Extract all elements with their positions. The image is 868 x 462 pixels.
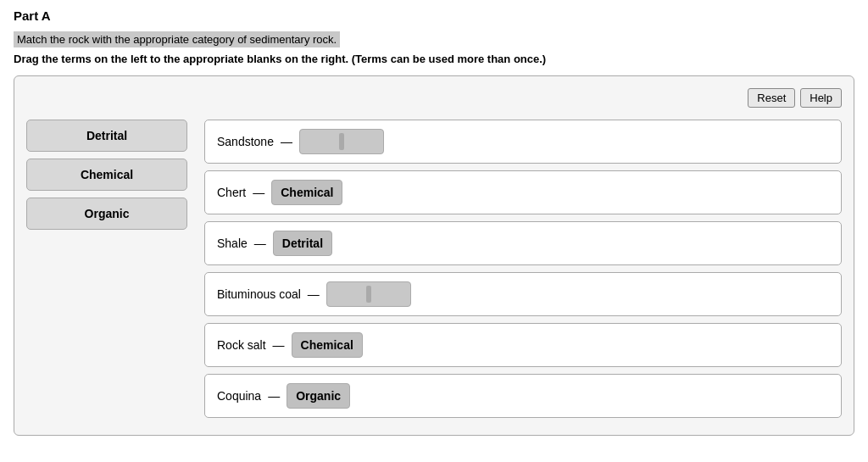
rock-row-2: Shale —Detrital bbox=[204, 221, 842, 265]
rock-row-3: Bituminous coal — bbox=[204, 272, 842, 316]
drop-box-0[interactable] bbox=[299, 129, 384, 154]
term-detrital[interactable]: Detrital bbox=[26, 120, 187, 152]
rock-dash-5: — bbox=[268, 389, 280, 403]
reset-button[interactable]: Reset bbox=[748, 88, 795, 108]
instruction-1: Match the rock with the appropriate cate… bbox=[14, 31, 340, 47]
drop-box-2[interactable]: Detrital bbox=[273, 231, 332, 256]
term-organic[interactable]: Organic bbox=[26, 198, 187, 230]
rock-label-0: Sandstone bbox=[217, 135, 274, 148]
rock-label-4: Rock salt bbox=[217, 338, 266, 352]
drop-box-inner-3 bbox=[366, 286, 371, 303]
rock-dash-3: — bbox=[308, 287, 320, 301]
instruction-2: Drag the terms on the left to the approp… bbox=[14, 53, 854, 65]
top-buttons: Reset Help bbox=[26, 88, 842, 108]
rock-row-5: Coquina —Organic bbox=[204, 374, 842, 418]
rock-dash-2: — bbox=[254, 237, 266, 250]
rock-label-5: Coquina bbox=[217, 389, 261, 403]
rock-row-0: Sandstone — bbox=[204, 120, 842, 164]
rock-dash-0: — bbox=[281, 135, 292, 148]
rock-label-2: Shale bbox=[217, 237, 248, 250]
drop-box-1[interactable]: Chemical bbox=[271, 180, 342, 205]
part-a-title: Part A bbox=[14, 8, 854, 23]
drop-box-4[interactable]: Chemical bbox=[292, 332, 363, 358]
rock-label-3: Bituminous coal bbox=[217, 287, 301, 301]
help-button[interactable]: Help bbox=[800, 88, 842, 108]
right-items: Sandstone —Chert —ChemicalShale —Detrita… bbox=[204, 120, 842, 418]
rock-label-1: Chert bbox=[217, 186, 246, 199]
drop-box-inner-0 bbox=[339, 133, 344, 150]
drop-box-3[interactable] bbox=[326, 281, 411, 307]
rock-dash-4: — bbox=[273, 338, 285, 352]
content-area: DetritalChemicalOrganic Sandstone —Chert… bbox=[26, 120, 842, 418]
drop-box-5[interactable]: Organic bbox=[287, 383, 350, 409]
main-container: Reset Help DetritalChemicalOrganic Sands… bbox=[14, 75, 854, 436]
left-terms: DetritalChemicalOrganic bbox=[26, 120, 187, 230]
rock-row-4: Rock salt —Chemical bbox=[204, 323, 842, 367]
term-chemical[interactable]: Chemical bbox=[26, 159, 187, 191]
rock-dash-1: — bbox=[253, 186, 264, 199]
rock-row-1: Chert —Chemical bbox=[204, 170, 842, 214]
